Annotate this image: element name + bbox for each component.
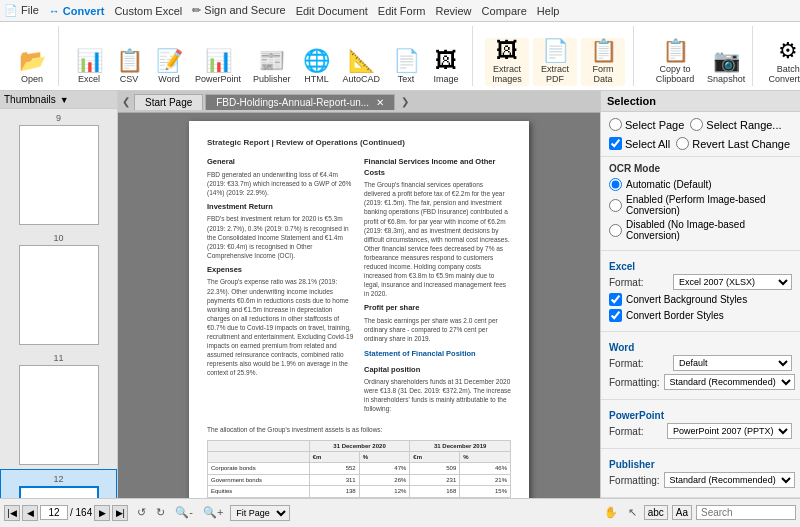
thumb-img-11 [19,365,99,465]
tab-nav-left[interactable]: ❮ [118,94,134,109]
thumbnail-page-11[interactable]: 11 [0,349,117,469]
snapshot-icon: 📷 [713,50,740,72]
powerpoint-format-row: Format: PowerPoint 2007 (PPTX) [609,423,792,439]
powerpoint-format-select[interactable]: PowerPoint 2007 (PPTX) [667,423,792,439]
status-bar: |◀ ◀ / 164 ▶ ▶| ↺ ↻ 🔍- 🔍+ Fit Page 50% 7… [0,498,800,526]
doc-tab-label: FBD-Holdings-Annual-Report-un... [216,97,369,108]
revert-radio[interactable] [676,137,689,150]
review-menu[interactable]: Review [436,5,472,17]
open-button[interactable]: 📂 Open [14,48,50,86]
word-format-label: Format: [609,358,669,369]
row-v2: 509 [410,463,460,474]
batch-converter-button[interactable]: ⚙ Batch Converter [765,38,800,86]
table-sub-2020-pct: % [359,452,410,463]
search-input[interactable] [696,505,796,520]
select-tool-btn[interactable]: ↖ [625,505,640,520]
word-format-select[interactable]: Default [673,355,792,371]
form-data-button[interactable]: 📋 Form Data [581,38,625,86]
zoom-in-btn[interactable]: 🔍+ [200,505,226,520]
snapshot-button[interactable]: 📷 Snapshot [708,48,744,86]
image-button[interactable]: 🖼 Image [428,48,464,86]
powerpoint-format-label: Format: [609,426,663,437]
thumb-num-9: 9 [56,113,61,123]
csv-button[interactable]: 📋 CSV [111,48,147,86]
select-all-option: Select All [609,137,670,150]
text-mode-btn[interactable]: Aa [672,505,692,520]
html-button[interactable]: 🌐 HTML [299,48,335,86]
row-v1: 311 [309,474,359,485]
thumbnail-dropdown-icon[interactable]: ▼ [60,95,69,105]
zoom-out-btn[interactable]: 🔍- [172,505,196,520]
thumbnail-page-12[interactable]: 12 [0,469,117,498]
tab-nav-right[interactable]: ❯ [397,94,413,109]
thumbnail-page-9[interactable]: 9 [0,109,117,229]
convert-border-checkbox[interactable] [609,309,622,322]
extract-pdf-button[interactable]: 📄 Extract PDF [533,38,577,86]
convert-border-option[interactable]: Convert Border Styles [609,309,792,322]
word-formatting-select[interactable]: Standard (Recommended) [664,374,795,390]
doc-left-col: General FBD generated an underwriting lo… [207,152,354,416]
rotate-right-btn[interactable]: ↻ [153,505,168,520]
publisher-formatting-select[interactable]: Standard (Recommended) [664,472,795,488]
ocr-auto-radio[interactable] [609,178,622,191]
prev-page-btn[interactable]: ◀ [22,505,38,521]
allocation-section: The allocation of the Group's investment… [207,425,511,498]
page-number-input[interactable] [40,505,68,520]
extract-pdf-icon: 📄 [542,40,569,62]
publisher-button[interactable]: 📰 Publisher [249,48,295,86]
convert-menu[interactable]: ↔ Convert [49,5,105,17]
status-tools: ↺ ↻ 🔍- 🔍+ Fit Page 50% 75% 100% [134,505,290,521]
last-page-btn[interactable]: ▶| [112,505,128,521]
doc-tab-close[interactable]: ✕ [376,97,384,108]
html-label: HTML [304,74,329,84]
help-menu[interactable]: Help [537,5,560,17]
start-page-tab[interactable]: Start Page [134,94,203,110]
select-range-radio[interactable] [690,118,703,131]
thumbnail-title: Thumbnails [4,94,56,105]
edit-form-menu[interactable]: Edit Form [378,5,426,17]
extract-images-icon: 🖼 [496,40,518,62]
select-all-label: Select All [625,138,670,150]
selection-buttons: Select Page Select Range... Select All R… [609,118,792,150]
extract-images-button[interactable]: 🖼 Extract Images [485,38,529,86]
zoom-select[interactable]: Fit Page 50% 75% 100% [230,505,290,521]
row-p2: 21% [460,474,511,485]
file-menu[interactable]: 📄 File [4,4,39,17]
copy-to-clipboard-button[interactable]: 📋 Copy to Clipboard [646,38,704,86]
sign-secure-menu[interactable]: ✏ Sign and Secure [192,4,285,17]
word-button[interactable]: 📝 Word [151,48,187,86]
select-page-radio[interactable] [609,118,622,131]
doc-right-col: Financial Services Income and Other Cost… [364,152,511,416]
row-v2: 168 [410,486,460,497]
extract-pdf-label: Extract PDF [537,64,573,84]
ocr-status-btn[interactable]: abc [644,505,668,520]
compare-menu[interactable]: Compare [482,5,527,17]
select-all-checkbox[interactable] [609,137,622,150]
edit-document-menu[interactable]: Edit Document [296,5,368,17]
ocr-enabled-option[interactable]: Enabled (Perform Image-based Conversion) [609,194,792,216]
autocad-button[interactable]: 📐 AutoCAD [339,48,385,86]
rotate-left-btn[interactable]: ↺ [134,505,149,520]
table-sub-2020-val: €m [309,452,359,463]
ocr-disabled-option[interactable]: Disabled (No Image-based Conversion) [609,219,792,241]
ocr-auto-option[interactable]: Automatic (Default) [609,178,792,191]
text-button[interactable]: 📄 Text [388,48,424,86]
word-section: Word Format: Default Formatting: Standar… [601,332,800,400]
start-page-label: Start Page [145,97,192,108]
powerpoint-button[interactable]: 📊 PowerPoint [191,48,245,86]
document-page: Strategic Report | Review of Operations … [189,121,529,498]
excel-button[interactable]: 📊 Excel [71,48,107,86]
first-page-btn[interactable]: |◀ [4,505,20,521]
page-view: Strategic Report | Review of Operations … [118,113,600,498]
ocr-enabled-radio[interactable] [609,199,622,212]
ocr-disabled-radio[interactable] [609,224,622,237]
convert-background-option[interactable]: Convert Background Styles [609,293,792,306]
doc-tab[interactable]: FBD-Holdings-Annual-Report-un... ✕ [205,94,395,110]
excel-format-select[interactable]: Excel 2007 (XLSX) Excel 97-2003 (XLS) [673,274,792,290]
thumbnail-page-10[interactable]: 10 [0,229,117,349]
custom-excel-menu[interactable]: Custom Excel [114,5,182,17]
hand-tool-btn[interactable]: ✋ [601,505,621,520]
convert-background-checkbox[interactable] [609,293,622,306]
excel-section: Excel Format: Excel 2007 (XLSX) Excel 97… [601,251,800,332]
next-page-btn[interactable]: ▶ [94,505,110,521]
